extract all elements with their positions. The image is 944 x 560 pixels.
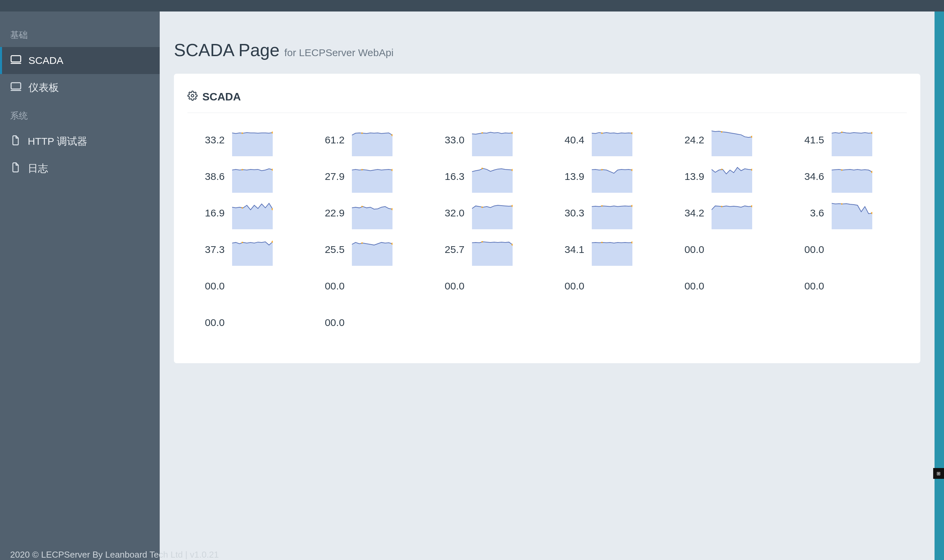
top-bar xyxy=(0,0,944,11)
scada-tile-value: 3.6 xyxy=(798,207,824,219)
scada-tile[interactable]: 27.9 xyxy=(307,160,427,194)
scada-tile-value: 41.5 xyxy=(798,134,824,146)
os-panel-button[interactable]: ⊞ xyxy=(933,468,944,479)
svg-point-22 xyxy=(481,168,482,169)
scada-tile-value: 25.7 xyxy=(438,244,465,255)
sidebar-item-http 调试器[interactable]: HTTP 调试器 xyxy=(0,128,160,155)
sidebar-item-日志[interactable]: 日志 xyxy=(0,155,160,182)
scada-tile[interactable]: 16.3 xyxy=(427,160,547,194)
scada-tile[interactable]: 38.6 xyxy=(188,160,307,194)
sidebar-item-label: SCADA xyxy=(28,55,63,66)
right-bar: ⊞ xyxy=(935,11,944,560)
page-title: SCADA Page xyxy=(174,40,279,60)
scada-tile-value: 16.3 xyxy=(438,171,465,182)
scada-tile-value: 22.9 xyxy=(318,207,345,219)
sparkline-chart xyxy=(352,197,393,229)
card-title: SCADA xyxy=(202,91,241,103)
scada-tile-value: 13.9 xyxy=(678,171,704,182)
sparkline-chart xyxy=(592,124,632,156)
scada-tile[interactable]: 30.3 xyxy=(547,196,667,230)
sparkline-chart xyxy=(472,124,513,156)
sparkline-chart xyxy=(832,197,872,229)
scada-tile-value: 37.3 xyxy=(198,244,225,255)
scada-tile[interactable]: 00.0 xyxy=(667,233,787,266)
sparkline-chart xyxy=(592,160,632,193)
scada-tile[interactable]: 24.2 xyxy=(667,123,787,157)
page-title-wrap: SCADA Page for LECPServer WebApi xyxy=(174,40,920,60)
scada-tile[interactable]: 16.9 xyxy=(188,196,307,230)
scada-tile[interactable]: 61.2 xyxy=(307,123,427,157)
scada-tile-value: 40.4 xyxy=(558,134,584,146)
scada-tile[interactable]: 25.7 xyxy=(427,233,547,266)
svg-point-10 xyxy=(481,132,482,134)
sidebar-item-scada[interactable]: SCADA xyxy=(0,47,160,74)
scada-tile-value: 00.0 xyxy=(678,244,704,255)
scada-tile[interactable]: 00.0 xyxy=(787,233,907,266)
scada-tile[interactable]: 00.0 xyxy=(307,269,427,303)
scada-tile[interactable]: 3.6 xyxy=(787,196,907,230)
main: SCADA Page for LECPServer WebApi SCADA 3… xyxy=(160,11,935,560)
svg-point-44 xyxy=(361,243,363,244)
svg-point-40 xyxy=(841,203,842,205)
sparkline-chart xyxy=(711,197,752,229)
sparkline-chart xyxy=(232,197,273,229)
scada-tile[interactable]: 00.0 xyxy=(667,269,787,303)
scada-tile[interactable]: 37.3 xyxy=(188,233,307,266)
sidebar: 基础SCADA仪表板系统HTTP 调试器日志 xyxy=(0,11,160,560)
scada-tile-value: 00.0 xyxy=(798,244,824,255)
sparkline-chart xyxy=(592,197,632,229)
scada-tile[interactable]: 00.0 xyxy=(787,269,907,303)
sidebar-item-仪表板[interactable]: 仪表板 xyxy=(0,74,160,101)
sparkline-chart xyxy=(711,124,752,156)
scada-tile[interactable]: 00.0 xyxy=(547,269,667,303)
scada-tile[interactable]: 00.0 xyxy=(188,269,307,303)
scada-tile-value: 00.0 xyxy=(678,280,704,292)
scada-tile-value: 00.0 xyxy=(798,280,824,292)
svg-point-46 xyxy=(481,241,482,243)
sparkline-chart xyxy=(352,233,393,266)
scada-tile-value: 00.0 xyxy=(318,280,345,292)
svg-point-42 xyxy=(242,242,243,243)
scada-tile[interactable]: 34.6 xyxy=(787,160,907,194)
page-subtitle: for LECPServer WebApi xyxy=(284,47,394,58)
doc-icon xyxy=(10,135,21,148)
scada-tile-value: 25.5 xyxy=(318,244,345,255)
sparkline-chart xyxy=(711,160,752,193)
scada-tile-value: 13.9 xyxy=(558,171,584,182)
scada-tile[interactable]: 13.9 xyxy=(547,160,667,194)
svg-point-8 xyxy=(361,132,363,134)
sparkline-chart xyxy=(352,124,393,156)
svg-rect-2 xyxy=(11,83,21,89)
scada-tile[interactable]: 25.5 xyxy=(307,233,427,266)
sparkline-chart xyxy=(472,160,513,193)
sparkline-chart xyxy=(232,160,273,193)
svg-point-38 xyxy=(721,206,722,207)
svg-point-30 xyxy=(242,207,243,208)
svg-point-48 xyxy=(601,242,603,243)
svg-point-34 xyxy=(481,207,482,208)
scada-tile[interactable]: 00.0 xyxy=(427,269,547,303)
svg-point-24 xyxy=(601,169,603,171)
scada-tile-value: 00.0 xyxy=(198,280,225,292)
scada-tile[interactable]: 00.0 xyxy=(188,306,307,340)
scada-tile[interactable]: 32.0 xyxy=(427,196,547,230)
scada-tile[interactable]: 40.4 xyxy=(547,123,667,157)
scada-tile-value: 16.9 xyxy=(198,207,225,219)
scada-tile[interactable]: 33.2 xyxy=(188,123,307,157)
footer: 2020 © LECPServer By Leanboard Tech Ltd … xyxy=(10,549,219,560)
scada-tile[interactable]: 00.0 xyxy=(307,306,427,340)
sparkline-chart xyxy=(352,160,393,193)
scada-tile[interactable]: 22.9 xyxy=(307,196,427,230)
scada-tile[interactable]: 41.5 xyxy=(787,123,907,157)
scada-tile-value: 00.0 xyxy=(558,280,584,292)
scada-tile[interactable]: 33.0 xyxy=(427,123,547,157)
scada-tile[interactable]: 13.9 xyxy=(667,160,787,194)
svg-point-36 xyxy=(601,205,603,207)
scada-tile[interactable]: 34.1 xyxy=(547,233,667,266)
svg-point-14 xyxy=(721,131,722,132)
footer-copyright: 2020 © LECPServer By Leanboard Tech Ltd xyxy=(10,549,183,560)
scada-tile[interactable]: 34.2 xyxy=(667,196,787,230)
svg-point-28 xyxy=(841,169,842,171)
scada-tile-value: 38.6 xyxy=(198,171,225,182)
sidebar-item-label: HTTP 调试器 xyxy=(28,135,87,148)
